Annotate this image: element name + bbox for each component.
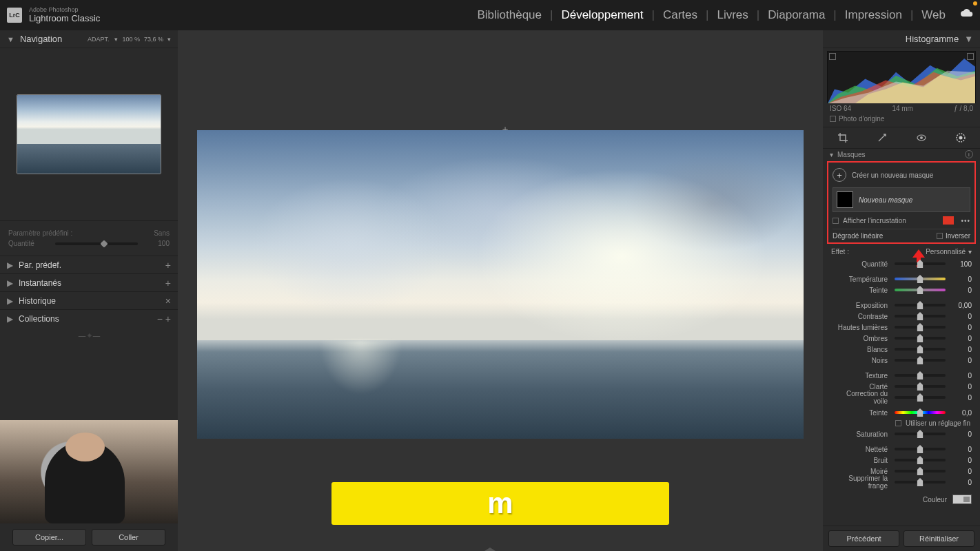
section-presets[interactable]: ▶ Par. prédef. + <box>0 256 178 273</box>
navigator-header[interactable]: ▼ Navigation ADAPT.▾ 100 % 73,6 %▾ <box>0 30 178 48</box>
paste-button[interactable]: Coller <box>92 529 165 545</box>
info-icon[interactable]: i <box>965 150 973 158</box>
slider-label: Moiré <box>831 468 888 475</box>
bottom-panel-handle[interactable] <box>484 548 496 551</box>
add-icon[interactable]: + <box>165 260 171 271</box>
slider-label: Teinte <box>831 287 888 294</box>
masks-section-header[interactable]: ▾ Masques i <box>823 149 980 160</box>
navigator-zoom[interactable]: ADAPT.▾ 100 % 73,6 %▾ <box>86 35 171 43</box>
module-develop[interactable]: Développement <box>553 8 651 22</box>
texture-slider[interactable]: Texture0 <box>823 370 980 381</box>
slider-value: 0 <box>952 346 972 353</box>
hue-slider[interactable]: Teinte0,0 <box>823 407 980 418</box>
presets-label: Par. prédef. <box>19 260 165 270</box>
whites-slider[interactable]: Blancs0 <box>823 344 980 355</box>
overlay-color-swatch[interactable] <box>943 216 954 225</box>
section-snapshots[interactable]: ▶ Instantanés + <box>0 273 178 291</box>
add-icon[interactable]: + <box>165 278 171 289</box>
cloud-sync-icon[interactable] <box>959 8 973 22</box>
redeye-tool-icon[interactable] <box>915 132 928 144</box>
histogram-meta: ISO 64 14 mm ƒ / 8,0 <box>823 103 980 112</box>
right-panel: Histogramme ▼ ISO 64 14 mm ƒ / 8,0 Photo… <box>823 30 980 551</box>
histogram[interactable] <box>827 51 976 103</box>
show-overlay-row[interactable]: Afficher l'incrustation ••• <box>833 212 970 226</box>
original-photo-toggle[interactable]: Photo d'origine <box>823 112 980 127</box>
amount-slider[interactable] <box>55 242 138 245</box>
create-mask-row[interactable]: + Créer un nouveau masque <box>833 165 970 185</box>
color-tint-row[interactable]: Couleur <box>823 492 980 507</box>
dehaze-slider[interactable]: Correction du voile0 <box>823 392 980 403</box>
clear-icon[interactable]: × <box>165 295 171 306</box>
left-panel: ▼ Navigation ADAPT.▾ 100 % 73,6 %▾ Param… <box>0 30 178 551</box>
reset-button[interactable]: Réinitialiser <box>904 530 974 547</box>
slider-value: 0 <box>952 446 972 453</box>
product-label: Lightroom Classic <box>29 14 100 23</box>
amount-value: 100 <box>158 240 170 247</box>
heal-tool-icon[interactable] <box>876 132 888 144</box>
temperature-slider[interactable]: Température0 <box>823 273 980 284</box>
fine-adjust-toggle[interactable]: Utiliser un réglage fin <box>823 418 980 428</box>
copy-button[interactable]: Copier... <box>12 529 86 545</box>
section-collections[interactable]: ▶ Collections − + <box>0 309 178 327</box>
invert-toggle[interactable]: Inverser <box>937 232 970 240</box>
tint-slider[interactable]: Teinte0 <box>823 284 980 295</box>
create-mask-label: Créer un nouveau masque <box>852 171 933 179</box>
slider-value: 0 <box>952 313 972 320</box>
chevron-right-icon: ▶ <box>7 296 13 306</box>
saturation-slider[interactable]: Saturation0 <box>823 428 980 439</box>
shadows-slider[interactable]: Ombres0 <box>823 333 980 344</box>
preset-value: Sans <box>154 229 170 237</box>
module-book[interactable]: Livres <box>708 8 756 22</box>
module-web[interactable]: Web <box>913 8 954 22</box>
checkbox-icon[interactable] <box>895 420 901 426</box>
slider-label: Saturation <box>831 430 888 438</box>
crop-tool-icon[interactable] <box>837 132 849 144</box>
fit-mode[interactable]: ADAPT. <box>86 35 111 43</box>
previous-button[interactable]: Précédent <box>828 530 899 547</box>
snapshots-label: Instantanés <box>19 278 165 288</box>
show-overlay-label: Afficher l'incrustation <box>843 217 906 225</box>
color-swatch[interactable] <box>952 495 972 504</box>
slider-value: 0,00 <box>952 302 972 309</box>
navigator-thumbnail[interactable] <box>17 94 161 174</box>
highlights-slider[interactable]: Hautes lumières0 <box>823 322 980 333</box>
plus-circle-icon[interactable]: + <box>833 168 846 182</box>
module-library[interactable]: Bibliothèque <box>469 8 550 22</box>
original-label: Photo d'origine <box>839 115 884 123</box>
meta-focal: 14 mm <box>892 105 913 112</box>
blacks-slider[interactable]: Noirs0 <box>823 355 980 366</box>
mask-tool-icon[interactable] <box>955 132 967 144</box>
add-icon[interactable]: + <box>165 313 171 324</box>
module-print[interactable]: Impression <box>837 8 910 22</box>
noise-slider[interactable]: Bruit0 <box>823 455 980 466</box>
slider-label: Netteté <box>831 446 888 453</box>
contrast-slider[interactable]: Contraste0 <box>823 311 980 322</box>
slider-value: 0,0 <box>952 409 972 417</box>
exposure-slider[interactable]: Exposition0,00 <box>823 300 980 311</box>
effect-row[interactable]: Effet : Personnalisé ▾ <box>823 245 980 258</box>
more-icon[interactable]: ••• <box>958 217 970 225</box>
checkbox-icon[interactable] <box>830 116 836 122</box>
photo-preview[interactable] <box>197 130 804 439</box>
slider-label: Noirs <box>831 357 888 364</box>
sharpness-slider[interactable]: Netteté0 <box>823 444 980 455</box>
preset-amount-box: Paramètre prédéfini : Sans Quantité 100 <box>0 220 178 256</box>
masks-title: Masques <box>837 151 866 158</box>
dropdown-icon[interactable]: ▾ <box>968 248 972 256</box>
module-map[interactable]: Cartes <box>655 8 706 22</box>
checkbox-icon[interactable] <box>833 218 839 224</box>
section-history[interactable]: ▶ Historique × <box>0 291 178 309</box>
chevron-right-icon: ▶ <box>7 278 13 288</box>
defringe-slider[interactable]: Supprimer la frange0 <box>823 477 980 488</box>
app-bar: LrC Adobe Photoshop Lightroom Classic Bi… <box>0 0 980 30</box>
remove-icon[interactable]: − <box>157 313 165 324</box>
histogram-header[interactable]: Histogramme ▼ <box>823 30 980 48</box>
mask-item[interactable]: Nouveau masque <box>833 187 970 212</box>
center-canvas[interactable]: ＋ m <box>178 30 823 551</box>
amount-slider[interactable]: Quantité 100 <box>823 258 980 269</box>
zoom-100[interactable]: 100 % <box>122 36 140 43</box>
zoom-custom[interactable]: 73,6 % <box>144 36 163 43</box>
svg-point-3 <box>959 136 962 140</box>
module-slideshow[interactable]: Diaporama <box>759 8 833 22</box>
checkbox-icon[interactable] <box>937 233 943 239</box>
